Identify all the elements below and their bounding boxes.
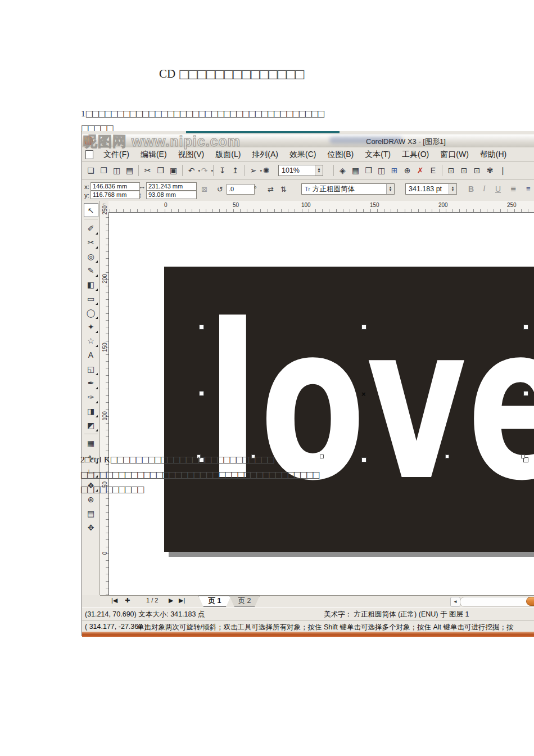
horizontal-ruler[interactable] — [108, 201, 534, 213]
table-tool[interactable]: ▦ — [84, 436, 98, 450]
interactive-fill-tool[interactable]: ◩ — [84, 418, 98, 432]
flyout-triangle-icon[interactable] — [96, 260, 98, 263]
drawing-area[interactable]: love × — [108, 212, 534, 595]
flyout-triangle-icon[interactable] — [96, 274, 98, 277]
zoom-tool[interactable]: ◎ — [84, 249, 98, 263]
menu-item-6[interactable]: 位图(B) — [322, 148, 359, 161]
object-width-field[interactable]: 231.243 mm — [146, 182, 197, 191]
selection-center-marker[interactable]: × — [361, 390, 366, 398]
import-icon[interactable]: ↧ — [216, 164, 229, 177]
mirror-horizontal-icon[interactable]: ⇄ — [268, 185, 274, 194]
flyout-triangle-icon[interactable] — [96, 429, 98, 431]
cut-icon[interactable]: ✂ — [141, 164, 154, 177]
freehand-tool[interactable]: ✎ — [84, 263, 98, 277]
black-background-image[interactable]: love — [164, 267, 534, 552]
lock-ratio-icon[interactable]: ⊠ — [201, 185, 207, 194]
flyout-triangle-icon[interactable] — [96, 317, 98, 319]
bold-button[interactable]: B — [468, 184, 474, 194]
flyout-triangle-icon[interactable] — [96, 373, 98, 375]
redo-icon[interactable]: ↷▾ — [198, 164, 211, 177]
smart-fill-tool[interactable]: ◧ — [84, 277, 98, 291]
scroll-left-arrow[interactable]: ◄ — [450, 597, 460, 607]
vertical-ruler[interactable] — [100, 212, 109, 595]
snap-to-grid-icon[interactable]: ▦ — [349, 164, 362, 177]
next-page-button[interactable]: ▶ — [169, 597, 173, 604]
eyedropper-tool[interactable]: ✒ — [84, 376, 98, 390]
options-icon[interactable]: ◫ — [375, 164, 388, 177]
export-icon[interactable]: ↥ — [229, 164, 242, 177]
object-height-field[interactable]: 93.08 mm — [146, 191, 197, 199]
save-icon[interactable]: ◫ — [110, 164, 123, 177]
horizontal-scrollbar-thumb[interactable] — [526, 597, 534, 606]
view-navigator-icon[interactable]: ◈ — [336, 164, 349, 177]
crop-tool[interactable]: ✂ — [84, 235, 98, 249]
selection-handle[interactable] — [361, 325, 366, 330]
paste-text-b-icon[interactable]: ⊡ — [458, 164, 470, 177]
shape-tool[interactable]: ✐ — [84, 221, 98, 235]
text-tool[interactable]: A — [84, 348, 98, 362]
delete-icon[interactable]: ✗ — [414, 164, 427, 177]
menu-item-7[interactable]: 文本(T) — [359, 148, 396, 161]
copy-icon[interactable]: ❒ — [154, 164, 167, 177]
open-icon[interactable]: ❐ — [97, 164, 110, 177]
add-page-button[interactable]: ✚ — [125, 597, 130, 604]
page-tab-1[interactable]: 页 1 — [198, 596, 231, 607]
fill-tool[interactable]: ◨ — [84, 404, 98, 418]
undo-icon[interactable]: ↶▾ — [185, 164, 198, 177]
node-marker[interactable] — [445, 454, 449, 458]
x-position-field[interactable]: 146.836 mm — [90, 182, 140, 191]
corel-online-icon[interactable]: ✺ — [260, 164, 273, 177]
font-list-combo[interactable]: Tr 方正粗圆简体 ▲▼ — [301, 183, 395, 195]
selection-handle[interactable] — [199, 391, 204, 396]
menu-item-5[interactable]: 效果(C) — [284, 148, 322, 161]
interactive-3d-tool[interactable]: ◱ — [84, 362, 98, 376]
dynamic-guides-icon[interactable]: ⊞ — [388, 164, 401, 177]
zoom-spinner[interactable]: ▲▼ — [315, 165, 323, 176]
document-control-icon[interactable] — [85, 150, 93, 159]
outline-tool[interactable]: ✑ — [84, 390, 98, 404]
menu-item-9[interactable]: 窗口(W) — [435, 148, 474, 161]
font-size-combo[interactable]: 341.183 pt ▲▼ — [405, 183, 457, 195]
flyout-triangle-icon[interactable] — [96, 331, 98, 333]
polygon-tool[interactable]: ✦ — [84, 320, 98, 334]
selection-handle[interactable] — [523, 325, 528, 330]
new-document-icon[interactable]: ❏ — [84, 164, 97, 177]
node-marker[interactable] — [521, 454, 525, 458]
zoom-level-combo[interactable]: 101%▲▼ — [278, 165, 323, 176]
flyout-triangle-icon[interactable] — [96, 246, 98, 249]
first-page-button[interactable]: |◀ — [111, 597, 117, 604]
mirror-vertical-icon[interactable]: ⇅ — [280, 185, 287, 194]
rotation-angle-field[interactable]: .0 — [227, 184, 255, 195]
flyout-triangle-icon[interactable] — [96, 387, 98, 389]
menu-item-8[interactable]: 工具(O) — [396, 148, 435, 161]
print-icon[interactable]: ▤ — [123, 164, 136, 177]
selection-handle[interactable] — [361, 457, 366, 462]
menu-item-4[interactable]: 排列(A) — [246, 148, 284, 161]
horizontal-scrollbar-track[interactable] — [460, 597, 534, 607]
italic-button[interactable]: I — [483, 184, 486, 194]
flyout-triangle-icon[interactable] — [96, 345, 98, 347]
paste-icon[interactable]: ▣ — [167, 164, 180, 177]
page-tab-2[interactable]: 页 2 — [229, 596, 260, 607]
pick-tool[interactable]: ↖ — [84, 203, 98, 217]
ellipse-tool[interactable]: ◯ — [84, 305, 98, 320]
paste-text-a-icon[interactable]: ⊡ — [445, 164, 458, 177]
selection-handle[interactable] — [199, 325, 204, 330]
copy-properties-icon[interactable]: ❒ — [362, 164, 375, 177]
text-alignment-icon[interactable]: ≣ — [510, 184, 517, 193]
application-launcher-icon[interactable]: ➢▾ — [247, 164, 260, 177]
last-page-button[interactable]: ▶| — [179, 597, 185, 604]
rectangle-tool[interactable]: ▭ — [84, 291, 98, 305]
paste-text-c-icon[interactable]: ⊡ — [470, 164, 483, 177]
bullet-list-icon[interactable]: ≡ — [526, 184, 531, 193]
flyout-triangle-icon[interactable] — [96, 415, 98, 417]
y-position-field[interactable]: 116.768 mm — [90, 191, 140, 199]
underline-button[interactable]: U — [495, 184, 501, 194]
basic-shapes-tool[interactable]: ☆ — [84, 334, 98, 348]
paragraph-frame-tool[interactable]: ▤ — [84, 506, 98, 520]
node-marker[interactable] — [320, 454, 324, 458]
menu-item-10[interactable]: 帮助(H) — [474, 148, 512, 161]
flyout-triangle-icon[interactable] — [96, 401, 98, 403]
flyout-triangle-icon[interactable] — [96, 232, 98, 235]
selection-handle[interactable] — [523, 391, 528, 396]
